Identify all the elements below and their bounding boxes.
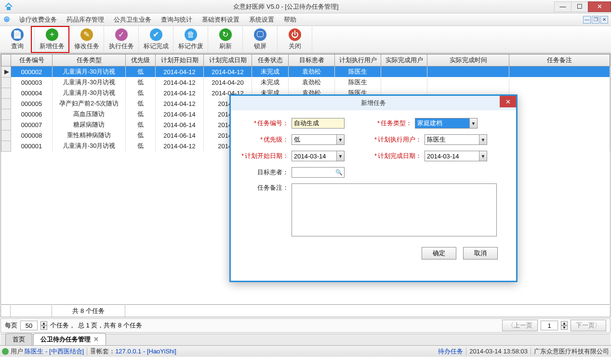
menu-item-inventory[interactable]: 药品库存管理 [62,14,109,25]
maximize-button[interactable]: ☐ [571,1,588,12]
col-header[interactable]: 目标患者 [289,54,335,66]
db-icon: 🗄 [90,348,96,355]
dialog-close-button[interactable]: ✕ [500,96,516,107]
date-start[interactable] [292,151,345,161]
company-label: 广东众意医疗科技有限公司 [534,347,609,356]
menu-icon [3,15,12,24]
per-page-down[interactable]: ▼ [40,325,47,330]
label-end: *计划完成日期： [373,152,425,160]
toolbar-icon: ＋ [46,28,58,41]
label-priority: *优先级： [240,135,292,144]
app-icon [3,1,14,13]
new-task-dialog: 新增任务 ✕ *任务编号： *任务类型： ▼ *优先级： ▼ *计划执行用户： … [229,94,518,282]
table-count-row: 共 8 个任务 [0,305,611,317]
prev-page-button[interactable]: 〈上一页 [502,320,538,331]
select-tasktype[interactable] [415,118,478,129]
ok-button[interactable]: 确定 [422,247,456,260]
select-planuser[interactable] [425,134,487,145]
toolbar-icon: ↻ [219,28,232,41]
col-header[interactable]: 优先级 [126,54,156,66]
menu-item-system[interactable]: 系统设置 [244,14,279,25]
toolbar-7[interactable]: 🖵锁屏 [243,26,278,52]
menu-item-public-health[interactable]: 公共卫生业务 [109,14,156,25]
user-icon [2,348,9,355]
input-taskno[interactable] [292,118,345,129]
toolbar-label: 新增任务 [40,42,65,51]
status-bar: 用户 陈医生 - [中西医结合] 🗄 帐套： 127.0.0.1 - [HaoY… [0,345,611,357]
toolbar-6[interactable]: ↻刷新 [208,26,243,52]
timestamp: 2014-03-14 13:58:03 [469,348,528,355]
items-label: 个任务， [50,321,75,330]
pending-tasks-link[interactable]: 待办任务 [438,347,463,356]
user-name: 陈医生 - [中西医结合] [25,347,84,356]
count-label: 共 8 个任务 [52,305,125,317]
toolbar-label: 锁屏 [254,42,266,51]
minimize-button[interactable]: ― [554,1,571,12]
toolbar-label: 标记作废 [178,42,203,51]
user-label: 用户 [11,347,23,356]
col-header[interactable]: 实际完成时间 [427,54,509,66]
toolbar-label: 刷新 [219,42,232,51]
mdi-close-button[interactable]: ✕ [600,16,608,24]
toolbar-3[interactable]: ✓执行任务 [104,26,139,52]
col-header[interactable]: 计划完成日期 [204,54,252,66]
document-tabs: 首页 公卫待办任务管理✕ [0,334,611,345]
select-priority[interactable] [292,134,345,145]
col-header[interactable]: 计划执行用户 [335,54,381,66]
toolbar-label: 查询 [11,42,24,51]
svg-rect-0 [7,7,11,10]
cancel-button[interactable]: 取消 [463,247,498,260]
table-row[interactable]: 000003儿童满月-30月访视低2014-04-122014-04-20未完成… [1,77,610,88]
col-header[interactable]: 任务备注 [509,54,610,66]
toolbar-1[interactable]: ＋新增任务 [35,26,69,52]
acct-label: 帐套： [96,347,115,356]
label-tasktype: *任务类型： [364,119,415,128]
toolbar: 📄查询＋新增任务✎修改任务✓执行任务✔标记完成🗑标记作废↻刷新🖵锁屏⏻关闭 [0,26,611,53]
col-header[interactable]: 实际完成用户 [381,54,427,66]
menubar: 诊疗收费业务 药品库存管理 公共卫生业务 查询与统计 基础资料设置 系统设置 帮… [0,13,611,26]
close-button[interactable]: ✕ [588,1,611,12]
table-row[interactable]: ▶000002儿童满月-30月访视低2014-04-122014-04-12未完… [1,66,610,78]
toolbar-0[interactable]: 📄查询 [0,26,35,52]
tab-home[interactable]: 首页 [5,333,32,345]
mdi-minimize-button[interactable]: ― [583,16,591,24]
menu-item-help[interactable]: 帮助 [279,14,301,25]
textarea-remark[interactable] [292,183,497,236]
toolbar-5[interactable]: 🗑标记作废 [173,26,208,52]
col-header[interactable]: 任务类型 [53,54,126,66]
toolbar-icon: 🖵 [254,28,266,41]
label-taskno: *任务编号： [240,119,292,128]
tab-close-icon[interactable]: ✕ [93,336,99,343]
per-page-label: 每页 [5,321,17,330]
acct-value: 127.0.0.1 - [HaoYiShi] [115,348,176,355]
tab-tasks[interactable]: 公卫待办任务管理✕ [33,333,106,345]
dialog-title: 新增任务 ✕ [231,96,516,110]
window-title: 众意好医师 V5.0 - [公卫待办任务管理] [17,2,555,11]
col-header[interactable]: 任务编号 [11,54,53,66]
toolbar-icon: ✓ [115,28,128,41]
page-down[interactable]: ▼ [561,325,568,330]
pagination-bar: 每页 ▲▼ 个任务， 总 1 页，共有 8 个任务 〈上一页 ▲▼ 下一页〉 [0,318,611,333]
col-header[interactable] [1,54,11,66]
menu-item-billing[interactable]: 诊疗收费业务 [14,14,62,25]
toolbar-2[interactable]: ✎修改任务 [69,26,104,52]
mdi-restore-button[interactable]: ❐ [592,16,599,24]
toolbar-label: 关闭 [289,42,301,51]
per-page-input[interactable] [20,321,38,330]
toolbar-8[interactable]: ⏻关闭 [278,26,312,52]
menu-item-basedata[interactable]: 基础资料设置 [197,14,244,25]
col-header[interactable]: 计划开始日期 [156,54,204,66]
toolbar-icon: ✔ [150,28,162,41]
col-header[interactable]: 任务状态 [252,54,289,66]
next-page-button[interactable]: 下一页〉 [571,320,606,331]
per-page-up[interactable]: ▲ [40,321,47,325]
toolbar-label: 标记完成 [144,42,169,51]
toolbar-icon: ⏻ [289,28,301,41]
window-titlebar: 众意好医师 V5.0 - [公卫待办任务管理] ― ☐ ✕ [0,0,611,13]
menu-item-query[interactable]: 查询与统计 [156,14,197,25]
toolbar-4[interactable]: ✔标记完成 [139,26,173,52]
input-patient[interactable] [292,167,345,178]
page-up[interactable]: ▲ [561,321,568,325]
page-number-input[interactable] [541,321,558,330]
date-end[interactable] [425,151,487,161]
